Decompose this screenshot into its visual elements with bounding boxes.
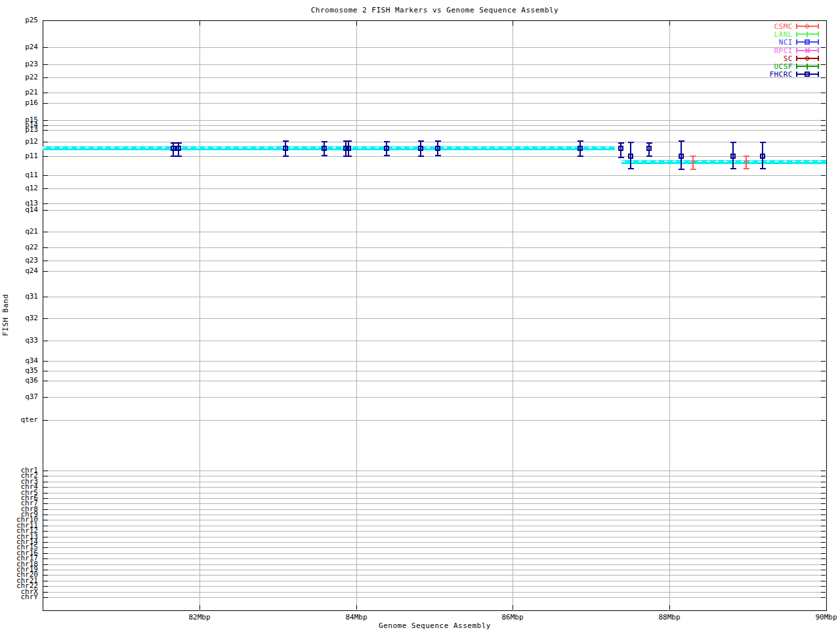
- axis-tick-left: [43, 487, 48, 488]
- square-marker-icon: [171, 146, 176, 151]
- grid-line-h: [43, 542, 826, 543]
- fish-band-label: q34: [0, 358, 38, 364]
- fish-band-label: p25: [0, 17, 38, 23]
- axis-tick-right: [821, 247, 826, 248]
- grid-line-h: [43, 487, 826, 488]
- cyan-band-segment: [43, 146, 615, 150]
- axis-tick-right: [821, 547, 826, 548]
- fhcrc-error-cap: [578, 156, 583, 157]
- legend-sample-cap: [818, 56, 819, 61]
- axis-tick-left: [43, 520, 48, 520]
- square-marker-icon: [628, 154, 633, 159]
- axis-tick-left: [43, 188, 48, 189]
- legend-sample-cap: [796, 32, 797, 37]
- axis-tick-bottom: [669, 605, 670, 610]
- csmc-error-cap: [690, 156, 696, 157]
- axis-tick-right: [821, 420, 826, 421]
- grid-line-h: [43, 553, 826, 554]
- axis-tick-right: [821, 482, 826, 482]
- axis-tick-right: [821, 371, 826, 371]
- axis-tick-right: [821, 586, 826, 587]
- grid-line-h: [43, 361, 826, 362]
- grid-line-h: [43, 558, 826, 559]
- fhcrc-error-cap: [176, 142, 182, 144]
- plus-marker-icon: [807, 64, 808, 70]
- fish-band-label: q22: [0, 244, 38, 250]
- grid-line-h: [43, 547, 826, 548]
- fhcrc-error-cap: [628, 168, 634, 169]
- square-marker-icon: [805, 39, 810, 45]
- axis-tick-top: [200, 21, 200, 26]
- axis-tick-left: [43, 482, 48, 482]
- axis-tick-right: [821, 575, 826, 576]
- grid-line-h: [43, 520, 826, 520]
- fish-band-label: p16: [0, 100, 38, 106]
- fhcrc-error-cap: [346, 140, 352, 142]
- axis-tick-left: [43, 142, 48, 142]
- axis-tick-left: [43, 575, 48, 576]
- legend-sample-cap: [796, 39, 797, 45]
- grid-line-h: [43, 509, 826, 510]
- square-marker-icon: [578, 146, 583, 151]
- grid-line-h: [43, 175, 826, 176]
- axis-tick-bottom: [200, 605, 200, 610]
- axis-tick-left: [43, 471, 48, 471]
- square-marker-icon: [435, 146, 440, 151]
- fhcrc-error-cap: [760, 142, 766, 143]
- axis-tick-left: [43, 564, 48, 565]
- axis-tick-left: [43, 537, 48, 537]
- axis-tick-right: [821, 487, 826, 488]
- axis-tick-left: [43, 586, 48, 587]
- grid-line-h: [43, 575, 826, 576]
- grid-line-v: [200, 21, 200, 610]
- grid-line-h: [43, 503, 826, 504]
- grid-line-h: [43, 203, 826, 204]
- square-marker-icon: [322, 146, 327, 151]
- grid-line-h: [43, 570, 826, 570]
- axis-tick-right: [821, 542, 826, 543]
- axis-tick-right: [821, 537, 826, 537]
- axis-tick-left: [43, 547, 48, 548]
- fish-band-label: q33: [0, 337, 38, 343]
- axis-tick-left: [43, 570, 48, 570]
- axis-tick-right: [821, 318, 826, 319]
- grid-line-h: [43, 371, 826, 371]
- grid-line-h: [43, 482, 826, 482]
- axis-tick-right: [821, 558, 826, 559]
- fish-band-label: q14: [0, 207, 38, 213]
- axis-tick-right: [821, 553, 826, 554]
- grid-line-h: [43, 471, 826, 471]
- grid-line-h: [43, 514, 826, 515]
- fhcrc-error-cap: [322, 141, 327, 142]
- axis-tick-right: [821, 493, 826, 494]
- legend-label-fhcrc: FHCRC: [735, 70, 793, 79]
- axis-tick-right: [821, 498, 826, 499]
- axis-tick-bottom: [513, 605, 513, 610]
- axis-tick-left: [43, 210, 48, 211]
- axis-tick-right: [821, 210, 826, 211]
- grid-line-v: [513, 21, 513, 610]
- axis-tick-left: [43, 103, 48, 104]
- fish-band-label: p12: [0, 138, 38, 144]
- fish-band-label: q11: [0, 172, 38, 178]
- legend-sample-cap: [796, 24, 797, 29]
- axis-tick-right: [821, 514, 826, 515]
- axis-tick-right: [821, 531, 826, 532]
- fish-band-label: q32: [0, 315, 38, 321]
- axis-tick-left: [43, 581, 48, 581]
- axis-tick-right: [821, 361, 826, 362]
- grid-line-h: [43, 420, 826, 421]
- axis-tick-left: [43, 156, 48, 157]
- grid-line-h: [43, 232, 826, 232]
- axis-tick-right: [821, 526, 826, 526]
- axis-tick-right: [821, 175, 826, 176]
- x-tick-label: 84Mbp: [337, 613, 376, 621]
- axis-tick-right: [821, 471, 826, 471]
- square-marker-icon: [805, 72, 810, 77]
- axis-tick-right: [821, 564, 826, 565]
- axis-tick-right: [821, 47, 826, 48]
- grid-line-h: [43, 47, 826, 48]
- axis-tick-top: [669, 21, 670, 26]
- axis-tick-left: [43, 597, 48, 598]
- axis-tick-right: [821, 476, 826, 476]
